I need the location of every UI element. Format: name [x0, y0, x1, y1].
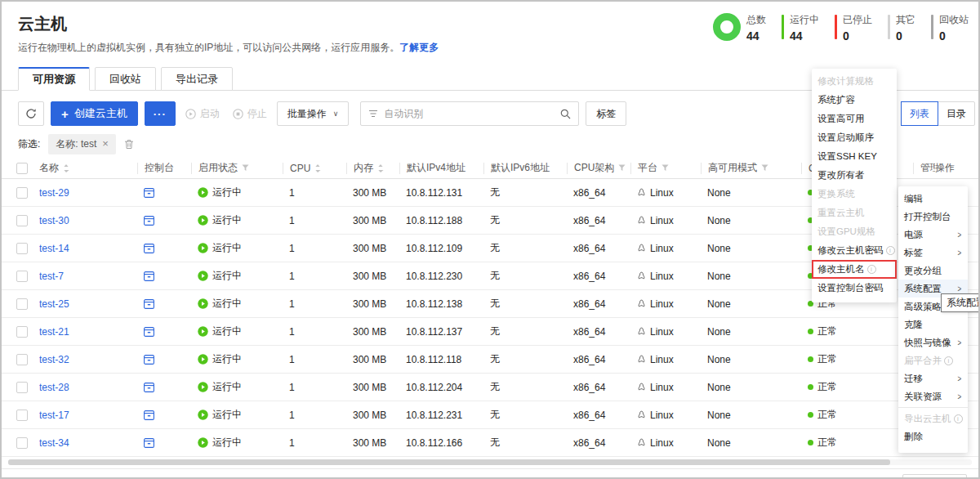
tab-导出记录[interactable]: 导出记录 [161, 67, 233, 91]
ha-value: None [707, 354, 731, 365]
stat-bar-icon [782, 15, 784, 39]
row-checkbox[interactable] [16, 187, 28, 199]
chip-close-icon[interactable]: × [102, 140, 109, 148]
list-view-button[interactable]: 列表 [901, 101, 938, 126]
scrollbar-thumb[interactable] [8, 459, 890, 465]
status-label: 运行中 [212, 213, 242, 227]
green-dot-icon [808, 329, 813, 334]
platform-value: Linux [650, 215, 674, 226]
row-checkbox[interactable] [16, 410, 28, 421]
vm-name-link[interactable]: test-14 [39, 243, 69, 254]
stat-回收站: 回收站0 [931, 13, 969, 43]
batch-actions-button[interactable]: 批量操作∨ [277, 101, 350, 126]
context-menu-item-克隆[interactable]: 克隆 [898, 316, 968, 334]
row-checkbox[interactable] [16, 243, 28, 254]
row-checkbox[interactable] [16, 437, 28, 449]
cpu-cell: 1 [283, 326, 346, 338]
context-menu-item-删除[interactable]: 删除 [898, 428, 968, 445]
context-menu-item-更改分组[interactable]: 更改分组 [898, 262, 968, 280]
system-config-submenu: 修改计算规格系统扩容设置高可用设置启动顺序设置SSH KEY更改所有者更换系统重… [812, 69, 897, 302]
submenu-item-修改云主机密码[interactable]: 修改云主机密码i [812, 241, 897, 260]
ipv6-value: 无 [490, 186, 500, 199]
more-actions-button[interactable]: ··· [145, 101, 176, 126]
console-icon[interactable] [144, 216, 154, 226]
linux-icon [637, 188, 646, 198]
search-input[interactable] [384, 108, 555, 119]
row-checkbox[interactable] [16, 298, 28, 310]
context-menu-item-打开控制台[interactable]: 打开控制台 [898, 208, 968, 226]
console-icon[interactable] [144, 299, 154, 309]
submenu-item-设置SSH KEY[interactable]: 设置SSH KEY [812, 147, 897, 166]
vm-name-link[interactable]: test-28 [39, 382, 69, 393]
card-view-button[interactable]: 目录 [938, 101, 975, 126]
select-all-checkbox[interactable] [16, 163, 28, 174]
tab-可用资源[interactable]: 可用资源 [18, 67, 90, 91]
vm-name-cell: test-29 [39, 187, 137, 199]
ipv6-cell: 无 [483, 436, 567, 450]
search-icon[interactable] [560, 109, 571, 119]
status-cell: 运行中 [191, 213, 283, 227]
vm-name-link[interactable]: test-30 [39, 215, 69, 226]
tab-回收站[interactable]: 回收站 [95, 67, 156, 91]
tag-button[interactable]: 标签 [586, 101, 626, 126]
filter-icon [761, 164, 768, 172]
stop-button[interactable]: 停止 [229, 101, 270, 126]
vm-name-link[interactable]: test-34 [39, 437, 69, 449]
submenu-item-更改所有者[interactable]: 更改所有者 [812, 166, 897, 185]
vm-name-link[interactable]: test-7 [39, 271, 64, 282]
vm-name-link[interactable]: test-32 [39, 354, 69, 365]
row-checkbox[interactable] [16, 354, 28, 365]
row-checkbox[interactable] [16, 382, 28, 393]
start-button[interactable]: 启动 [182, 101, 223, 126]
platform-value: Linux [650, 354, 674, 365]
submenu-item-设置高可用[interactable]: 设置高可用 [812, 110, 897, 128]
console-icon[interactable] [144, 383, 154, 392]
agent-state-value: 正常 [817, 352, 837, 366]
submenu-item-设置控制台密码[interactable]: 设置控制台密码 [812, 279, 897, 298]
ipv6-cell: 无 [483, 213, 567, 227]
refresh-button[interactable] [18, 101, 44, 126]
context-menu-item-迁移[interactable]: 迁移> [898, 369, 968, 387]
console-icon[interactable] [144, 188, 154, 198]
submenu-item-修改主机名[interactable]: 修改主机名i [812, 260, 897, 279]
vm-name-link[interactable]: test-21 [39, 326, 69, 338]
ha-value: None [707, 271, 731, 282]
context-menu-item-电源[interactable]: 电源> [898, 226, 968, 244]
clear-filters-trash-icon[interactable] [124, 139, 134, 150]
context-menu-item-快照与镜像[interactable]: 快照与镜像> [898, 334, 968, 351]
console-icon[interactable] [144, 244, 154, 253]
row-checkbox[interactable] [16, 271, 28, 282]
stat-text: 运行中44 [790, 13, 819, 43]
submenu-item-系统扩容[interactable]: 系统扩容 [812, 91, 897, 110]
console-icon[interactable] [144, 410, 154, 420]
row-checkbox-cell [16, 382, 39, 393]
submenu-item-修改计算规格: 修改计算规格 [812, 72, 897, 91]
submenu-arrow-icon: > [958, 231, 962, 239]
ha-value: None [707, 326, 731, 338]
arch-value: x86_64 [573, 298, 605, 310]
create-vm-button[interactable]: +创建云主机 [51, 101, 138, 126]
column-header-内存: 内存 [346, 163, 399, 174]
console-icon[interactable] [144, 327, 154, 337]
console-icon[interactable] [144, 438, 154, 448]
vm-name-link[interactable]: test-25 [39, 298, 69, 310]
agent-state-value: 正常 [817, 408, 837, 422]
info-icon: i [886, 246, 895, 255]
console-icon[interactable] [144, 271, 154, 281]
context-menu-item-标签[interactable]: 标签> [898, 244, 968, 262]
context-menu-item-编辑[interactable]: 编辑 [898, 190, 968, 208]
learn-more-link[interactable]: 了解更多 [399, 42, 439, 53]
console-icon[interactable] [144, 355, 154, 365]
ipv4-value: 10.8.112.188 [406, 215, 462, 226]
vm-name-link[interactable]: test-29 [39, 187, 69, 199]
row-checkbox[interactable] [16, 326, 28, 338]
cpu-cell: 1 [283, 354, 346, 365]
vm-name-cell: test-14 [39, 243, 137, 254]
vm-name-link[interactable]: test-17 [39, 410, 69, 421]
linux-icon [637, 216, 646, 226]
page-size-select[interactable]: 10 项/页∨ [902, 474, 967, 479]
linux-icon [637, 299, 646, 309]
context-menu-item-关联资源[interactable]: 关联资源> [898, 387, 968, 405]
submenu-item-设置启动顺序[interactable]: 设置启动顺序 [812, 128, 897, 147]
row-checkbox[interactable] [16, 215, 28, 226]
